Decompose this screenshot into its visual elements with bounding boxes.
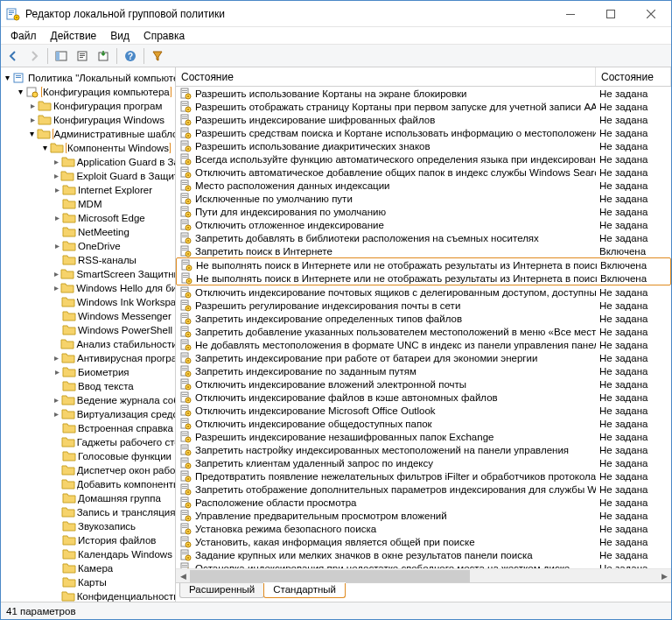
policy-row[interactable]: Исключенные по умолчанию путиНе задана bbox=[176, 192, 671, 205]
tree-item[interactable]: Камера bbox=[3, 561, 175, 575]
tree-item[interactable]: Windows PowerShell bbox=[3, 323, 175, 337]
chevron-right-icon[interactable]: ▸ bbox=[52, 186, 62, 194]
chevron-right-icon[interactable]: ▸ bbox=[52, 242, 62, 250]
tree-item[interactable]: ▾Административные шаблоны bbox=[3, 127, 175, 141]
tree-item[interactable]: История файлов bbox=[3, 533, 175, 547]
policy-row[interactable]: Управление предварительным просмотром вл… bbox=[176, 509, 671, 522]
policy-row[interactable]: Отключить индексирование вложений электр… bbox=[176, 377, 671, 391]
tree-item[interactable]: NetMeeting bbox=[3, 225, 175, 239]
menu-action[interactable]: Действие bbox=[45, 29, 103, 43]
policy-row[interactable]: Запретить отображение дополнительных пар… bbox=[176, 483, 671, 496]
scroll-thumb[interactable] bbox=[190, 570, 470, 582]
chevron-right-icon[interactable]: ▸ bbox=[52, 270, 60, 278]
tree-item[interactable]: ▸Application Guard в Защ bbox=[3, 155, 175, 169]
tree-item[interactable]: Конфиденциальность д bbox=[3, 589, 175, 602]
maximize-button[interactable] bbox=[591, 1, 631, 27]
tree-item[interactable]: Windows Messenger bbox=[3, 309, 175, 323]
column-name[interactable]: Состояние bbox=[176, 67, 596, 86]
policy-row[interactable]: Разрешить средствам поиска и Кортане исп… bbox=[176, 126, 671, 139]
tree-item[interactable]: ▾Политика "Локальный компьютер" bbox=[3, 71, 175, 85]
tree-item[interactable]: Карты bbox=[3, 575, 175, 589]
policy-row[interactable]: Запретить настройку индексированных мест… bbox=[176, 443, 671, 456]
chevron-right-icon[interactable]: ▸ bbox=[52, 214, 62, 222]
policy-row[interactable]: Запретить индексирование по заданным пут… bbox=[176, 364, 671, 377]
policy-row[interactable]: Место расположения данных индексацииНе з… bbox=[176, 179, 671, 192]
policy-row[interactable]: Расположение области просмотраНе задана bbox=[176, 496, 671, 509]
policy-row[interactable]: Всегда используйте функцию автоматическо… bbox=[176, 152, 671, 166]
policy-row[interactable]: Отключить автоматическое добавление общи… bbox=[176, 166, 671, 179]
chevron-right-icon[interactable]: ▸ bbox=[52, 396, 61, 405]
tab-standard[interactable]: Стандартный bbox=[263, 583, 346, 598]
chevron-right-icon[interactable]: ▸ bbox=[52, 368, 62, 377]
tree-item[interactable]: RSS-каналы bbox=[3, 253, 175, 267]
toolbar-help[interactable]: ? bbox=[121, 46, 140, 66]
policy-row[interactable]: Запретить добавлять в библиотеки располо… bbox=[176, 231, 671, 244]
column-state[interactable]: Состояние bbox=[596, 67, 671, 86]
chevron-right-icon[interactable]: ▸ bbox=[52, 410, 61, 419]
policy-row[interactable]: Запретить индексирование определенных ти… bbox=[176, 312, 671, 325]
toolbar-properties[interactable] bbox=[73, 46, 92, 66]
policy-row[interactable]: Разрешить отображать страницу Кортаны пр… bbox=[176, 100, 671, 113]
minimize-button[interactable] bbox=[550, 1, 591, 27]
tree-item[interactable]: Звукозапись bbox=[3, 519, 175, 533]
tree-item[interactable]: Windows Ink Workspace bbox=[3, 295, 175, 309]
policy-row[interactable]: Отключить индексирование общедоступных п… bbox=[176, 417, 671, 430]
policy-row[interactable]: Разрешить индексирование незашифрованных… bbox=[176, 430, 671, 443]
toolbar-export[interactable] bbox=[94, 46, 113, 66]
tree-item[interactable]: ▸Конфигурация Windows bbox=[3, 113, 175, 127]
chevron-down-icon[interactable]: ▾ bbox=[39, 144, 50, 152]
policy-row[interactable]: Разрешить регулирование индексирования п… bbox=[176, 299, 671, 312]
tree-item[interactable]: Диспетчер окон рабоче bbox=[3, 463, 175, 477]
policy-row[interactable]: Разрешить использование Кортаны на экран… bbox=[176, 87, 671, 100]
back-button[interactable] bbox=[4, 46, 23, 66]
policy-row[interactable]: Установить, какая информация является об… bbox=[176, 535, 671, 548]
tree-item[interactable]: Домашняя группа bbox=[3, 491, 175, 505]
policy-row[interactable]: Пути для индексирования по умолчаниюНе з… bbox=[176, 205, 671, 218]
policy-row[interactable]: Запретить индексирование при работе от б… bbox=[176, 351, 671, 364]
chevron-right-icon[interactable]: ▸ bbox=[52, 172, 60, 180]
tree-item[interactable]: ▸Конфигурация програм bbox=[3, 99, 175, 113]
policy-row[interactable]: Запретить клиентам удаленный запрос по и… bbox=[176, 456, 671, 469]
tree-pane[interactable]: ▾Политика "Локальный компьютер"▾Конфигур… bbox=[1, 67, 176, 602]
policy-row[interactable]: Предотвратить появление нежелательных фи… bbox=[176, 469, 671, 483]
scroll-left-icon[interactable]: ◀ bbox=[176, 569, 190, 583]
tree-item[interactable]: ▸SmartScreen Защитника bbox=[3, 267, 175, 281]
tree-item[interactable]: Голосовые функции bbox=[3, 449, 175, 463]
tree-item[interactable]: ▸Виртуализация средств bbox=[3, 407, 175, 421]
policy-row[interactable]: Отключить индексирование Microsoft Offic… bbox=[176, 404, 671, 417]
tree-item[interactable]: Ввод текста bbox=[3, 379, 175, 393]
chevron-down-icon[interactable]: ▾ bbox=[3, 74, 12, 82]
toolbar-show-hide[interactable] bbox=[52, 46, 71, 66]
policy-row[interactable]: Отключить индексирование файлов в кэше а… bbox=[176, 391, 671, 404]
chevron-right-icon[interactable]: ▸ bbox=[52, 354, 61, 363]
tree-item[interactable]: Календарь Windows bbox=[3, 547, 175, 561]
tree-item[interactable]: Встроенная справка bbox=[3, 421, 175, 435]
tree-item[interactable]: Запись и трансляция иг bbox=[3, 505, 175, 519]
policy-row[interactable]: Не добавлять местоположения в формате UN… bbox=[176, 338, 671, 351]
chevron-down-icon[interactable]: ▾ bbox=[15, 88, 25, 96]
chevron-right-icon[interactable]: ▸ bbox=[52, 158, 61, 166]
tree-item[interactable]: ▸OneDrive bbox=[3, 239, 175, 253]
policy-row[interactable]: Разрешить использование диакритических з… bbox=[176, 139, 671, 152]
policy-row[interactable]: Не выполнять поиск в Интернете или не от… bbox=[177, 271, 670, 285]
tree-item[interactable]: ▸Ведение журнала собы bbox=[3, 393, 175, 407]
toolbar-filter[interactable] bbox=[148, 46, 167, 66]
chevron-down-icon[interactable]: ▾ bbox=[27, 130, 37, 138]
tree-item[interactable]: ▸Windows Hello для бизне bbox=[3, 281, 175, 295]
policy-row[interactable]: Отключить индексирование почтовых ящиков… bbox=[176, 285, 671, 299]
tree-item[interactable]: ▸Биометрия bbox=[3, 365, 175, 379]
horizontal-scrollbar[interactable]: ◀ ▶ bbox=[176, 568, 671, 582]
policy-row[interactable]: Задание крупных или мелких значков в окн… bbox=[176, 548, 671, 561]
policy-row[interactable]: Остановка индексирования при недостатке … bbox=[176, 561, 671, 568]
tree-item[interactable]: ▸Антивирусная програм bbox=[3, 351, 175, 365]
tree-item[interactable]: MDM bbox=[3, 197, 175, 211]
menu-view[interactable]: Вид bbox=[104, 29, 136, 43]
tree-item[interactable]: Гаджеты рабочего стол bbox=[3, 435, 175, 449]
policy-list[interactable]: Разрешить использование Кортаны на экран… bbox=[176, 87, 671, 568]
tree-item[interactable]: Анализ стабильности W bbox=[3, 337, 175, 351]
policy-row[interactable]: Запретить поиск в ИнтернетеВключена bbox=[176, 244, 671, 257]
tree-item[interactable]: ▸Exploit Guard в Защитни bbox=[3, 169, 175, 183]
policy-row[interactable]: Не выполнять поиск в Интернете или не от… bbox=[177, 258, 670, 271]
tab-extended[interactable]: Расширенный bbox=[179, 583, 264, 598]
menu-help[interactable]: Справка bbox=[137, 29, 191, 43]
